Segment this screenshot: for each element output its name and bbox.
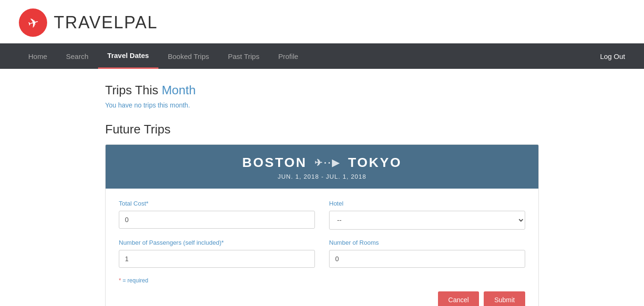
total-cost-group: Total Cost* [119, 200, 315, 230]
hotel-group: Hotel -- [329, 200, 525, 230]
nav-links: Home Search Travel Dates Booked Trips Pa… [19, 43, 308, 69]
passengers-label: Number of Passengers (self included)* [119, 239, 315, 246]
rooms-input[interactable] [329, 250, 525, 268]
rooms-label: Number of Rooms [329, 239, 525, 246]
rooms-group: Number of Rooms [329, 239, 525, 268]
app-title: TRAVELPAL [54, 13, 158, 33]
main-content: Trips This Month You have no trips this … [86, 69, 558, 306]
nav-profile[interactable]: Profile [269, 43, 308, 69]
total-cost-label: Total Cost* [119, 200, 315, 207]
trip-route: BOSTON ✈··▶ TOKYO [115, 155, 529, 170]
required-note: * = required [119, 277, 525, 284]
submit-button[interactable]: Submit [484, 291, 525, 306]
hotel-select[interactable]: -- [329, 211, 525, 230]
plane-icon: ✈ [26, 14, 41, 32]
total-cost-input[interactable] [119, 211, 315, 229]
trips-this-month-title: Trips This Month [105, 83, 539, 98]
hotel-label: Hotel [329, 200, 525, 207]
nav-home[interactable]: Home [19, 43, 57, 69]
trip-header: BOSTON ✈··▶ TOKYO JUN. 1, 2018 - JUL. 1,… [106, 145, 538, 189]
trip-destination: TOKYO [348, 155, 402, 170]
form-row-1: Total Cost* Hotel -- [119, 200, 525, 230]
form-actions: Cancel Submit [119, 289, 525, 306]
trip-origin: BOSTON [242, 155, 307, 170]
no-trips-message: You have no trips this month. [105, 101, 539, 109]
nav-past-trips[interactable]: Past Trips [218, 43, 269, 69]
nav-search[interactable]: Search [57, 43, 98, 69]
passengers-group: Number of Passengers (self included)* [119, 239, 315, 268]
cancel-button[interactable]: Cancel [438, 291, 479, 306]
logout-button[interactable]: Log Out [600, 52, 625, 60]
trip-form-body: Total Cost* Hotel -- Number of Passenger… [106, 189, 538, 306]
required-text: = required [123, 277, 148, 284]
main-nav: Home Search Travel Dates Booked Trips Pa… [0, 43, 644, 69]
trip-card: BOSTON ✈··▶ TOKYO JUN. 1, 2018 - JUL. 1,… [105, 144, 539, 306]
trip-date-range: JUN. 1, 2018 - JUL. 1, 2018 [115, 173, 529, 180]
route-arrow-icon: ✈··▶ [314, 157, 340, 168]
month-highlight: Month [162, 83, 196, 97]
nav-travel-dates[interactable]: Travel Dates [98, 43, 158, 69]
future-trips-title: Future Trips [105, 122, 539, 137]
required-star: * [119, 277, 121, 284]
logo-area: ✈ TRAVELPAL [0, 0, 644, 43]
logo-icon: ✈ [19, 8, 47, 37]
form-row-2: Number of Passengers (self included)* Nu… [119, 239, 525, 268]
passengers-input[interactable] [119, 250, 315, 268]
nav-booked-trips[interactable]: Booked Trips [158, 43, 219, 69]
